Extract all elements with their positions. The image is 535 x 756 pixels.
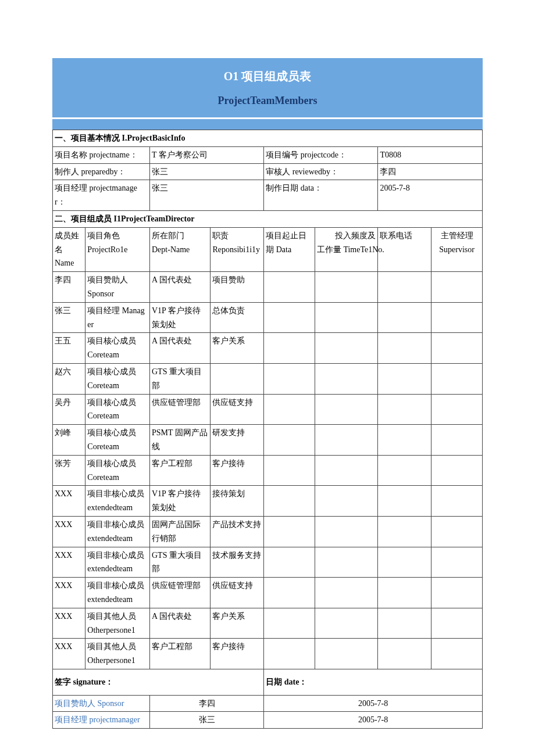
table-row: 刘峰项目核心成员CoreteamPSMT 固网产品线研发支持 xyxy=(53,425,483,456)
member-role: 项目核心成员Coreteam xyxy=(85,333,150,364)
empty-cell xyxy=(264,639,315,669)
member-dept: 固网产品国际行销部 xyxy=(150,516,211,547)
member-name: XXX xyxy=(53,516,85,547)
col-dept-l2: Dept-Name xyxy=(152,245,190,254)
empty-cell xyxy=(378,333,431,364)
sponsor-sign-date: 2005-7-8 xyxy=(264,695,483,712)
empty-cell xyxy=(431,333,483,364)
sponsor-sign-name: 李四 xyxy=(150,695,264,712)
member-dept: A 国代表处 xyxy=(150,608,211,639)
member-resp: 研发支持 xyxy=(211,425,264,456)
header-strip xyxy=(52,119,483,130)
member-role: 项目非核心成员extendedteam xyxy=(85,547,150,578)
empty-cell xyxy=(378,272,431,303)
sponsor-sign-row: 项目赞助人 Sponsor 李四 2005-7-8 xyxy=(53,695,483,712)
col-date-l2: 期 Data xyxy=(266,245,291,254)
col-resp: 职责 Reponsibi1i1y xyxy=(211,227,264,271)
member-dept: GTS 重大项目部 xyxy=(150,363,211,394)
project-name-value: T 客户考察公司 xyxy=(150,146,264,163)
col-resp-l2: Reponsibi1i1y xyxy=(212,245,260,254)
empty-cell xyxy=(315,394,378,425)
member-role: 项目其他人员Otherpersone1 xyxy=(85,639,150,669)
empty-cell xyxy=(315,486,378,517)
member-resp: 供应链支持 xyxy=(211,578,264,608)
table-row: 张三项目经理 ManagerV1P 客户接待策划处总体负责 xyxy=(53,302,483,333)
member-resp: 供应链支持 xyxy=(211,394,264,425)
member-dept: V1P 客户接待策划处 xyxy=(150,486,211,517)
empty-cell xyxy=(378,425,431,456)
member-name: 刘峰 xyxy=(53,425,85,456)
empty-cell xyxy=(264,547,315,578)
empty-cell xyxy=(264,363,315,394)
member-dept: V1P 客户接待策划处 xyxy=(150,302,211,333)
table-row: XXX项目非核心成员extendedteam供应链管理部供应链支持 xyxy=(53,578,483,608)
project-code-label: 项目编号 projectcode： xyxy=(264,146,378,163)
col-dept-l1: 所在部门 xyxy=(152,231,184,240)
empty-cell xyxy=(315,608,378,639)
member-name: XXX xyxy=(53,547,85,578)
member-name: XXX xyxy=(53,486,85,517)
sponsor-sign-label: 项目赞助人 Sponsor xyxy=(53,695,150,712)
member-name: 张芳 xyxy=(53,455,85,486)
prepared-by-label: 制作人 preparedby： xyxy=(53,163,150,180)
table-row: XXX项目其他人员Otherpersone1A 国代表处客户关系 xyxy=(53,608,483,639)
empty-cell xyxy=(315,425,378,456)
table-row: 李四项目赞助人SponsorA 国代表处项目赞助 xyxy=(53,272,483,303)
section1-heading: 一、项目基本情况 I.ProjectBasicInfo xyxy=(53,130,483,147)
member-role: 项目核心成员Coreteam xyxy=(85,455,150,486)
member-role: 项目其他人员Otherpersone1 xyxy=(85,608,150,639)
data-label: 制作日期 data： xyxy=(264,180,378,211)
empty-cell xyxy=(378,516,431,547)
section2-header: 二、项目组成员 I1ProjectTeamDirector xyxy=(53,210,483,227)
main-table: 一、项目基本情况 I.ProjectBasicInfo 项目名称 project… xyxy=(52,130,483,729)
empty-cell xyxy=(431,302,483,333)
empty-cell xyxy=(315,455,378,486)
empty-cell xyxy=(264,333,315,364)
member-name: XXX xyxy=(53,639,85,669)
member-role: 项目非核心成员extendedteam xyxy=(85,578,150,608)
member-dept: PSMT 固网产品线 xyxy=(150,425,211,456)
title-en: ProjectTeamMembers xyxy=(52,95,483,107)
member-resp: 客户接待 xyxy=(211,639,264,669)
member-dept: 供应链管理部 xyxy=(150,578,211,608)
member-name: 王五 xyxy=(53,333,85,364)
empty-cell xyxy=(431,639,483,669)
col-time-l2: 工作量 TimeTe1No. xyxy=(317,245,384,254)
document-page: O1 项目组成员表 ProjectTeamMembers 一、项目基本情况 I.… xyxy=(0,0,535,756)
row-project-name: 项目名称 projectname： T 客户考察公司 项目编号 projectc… xyxy=(53,146,483,163)
empty-cell xyxy=(264,394,315,425)
empty-cell xyxy=(264,578,315,608)
pm-sign-label: 项目经理 projectmanager xyxy=(53,712,150,729)
empty-cell xyxy=(431,578,483,608)
col-date-l1: 项目起止日 xyxy=(266,231,306,240)
member-dept: A 国代表处 xyxy=(150,272,211,303)
table-row: XXX项目非核心成员extendedteamGTS 重大项目部技术服务支持 xyxy=(53,547,483,578)
table-row: 赵六项目核心成员CoreteamGTS 重大项目部 xyxy=(53,363,483,394)
reviewed-by-label: 审核人 reviewedby： xyxy=(264,163,378,180)
empty-cell xyxy=(378,547,431,578)
member-resp: 客户关系 xyxy=(211,333,264,364)
col-role: 项目角色 ProjectRo1e xyxy=(85,227,150,271)
pm-sign-row: 项目经理 projectmanager 张三 2005-7-8 xyxy=(53,712,483,729)
member-role: 项目核心成员Coreteam xyxy=(85,394,150,425)
empty-cell xyxy=(264,486,315,517)
member-resp xyxy=(211,363,264,394)
empty-cell xyxy=(264,455,315,486)
empty-cell xyxy=(315,639,378,669)
member-resp: 产品技术支持 xyxy=(211,516,264,547)
col-resp-l1: 职责 xyxy=(212,231,229,240)
pm-value: 张三 xyxy=(150,180,264,211)
col-sup-l2: Supervisor xyxy=(439,245,475,254)
table-row: XXX项目非核心成员extendedteam固网产品国际行销部产品技术支持 xyxy=(53,516,483,547)
row-prepared-by: 制作人 preparedby： 张三 审核人 reviewedby： 李四 xyxy=(53,163,483,180)
signature-row: 签字 signature： 日期 date： xyxy=(53,669,483,695)
empty-cell xyxy=(315,516,378,547)
empty-cell xyxy=(431,608,483,639)
member-name: 赵六 xyxy=(53,363,85,394)
members-column-header: 成员姓名 Name 项目角色 ProjectRo1e 所在部门 Dept-Nam… xyxy=(53,227,483,271)
col-tel-l1: 联系电话 xyxy=(380,231,412,240)
empty-cell xyxy=(431,272,483,303)
col-dept: 所在部门 Dept-Name xyxy=(150,227,211,271)
empty-cell xyxy=(431,547,483,578)
member-resp: 接待策划 xyxy=(211,486,264,517)
